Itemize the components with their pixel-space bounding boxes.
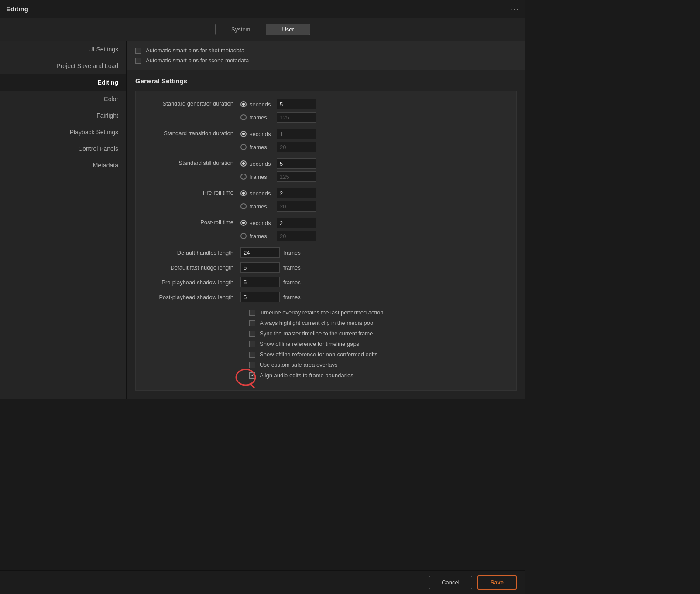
post-roll-time-controls: seconds frames bbox=[240, 218, 316, 241]
pre-roll-frames-row: frames bbox=[240, 201, 316, 212]
pre-playhead-shadow-length-row: Pre-playhead shadow length frames bbox=[144, 277, 508, 287]
highlight-clip-label: Always highlight current clip in the med… bbox=[260, 320, 374, 326]
standard-still-frames-radio[interactable] bbox=[240, 174, 247, 180]
show-offline-gaps-row: Show offline reference for timeline gaps bbox=[249, 341, 508, 347]
standard-transition-seconds-radio[interactable] bbox=[240, 131, 247, 137]
default-handles-length-label: Default handles length bbox=[144, 249, 240, 256]
sidebar-item-project-save-load[interactable]: Project Save and Load bbox=[0, 58, 126, 74]
standard-generator-duration-label: Standard generator duration bbox=[144, 99, 240, 107]
pre-roll-time-group: Pre-roll time seconds frames bbox=[144, 188, 508, 212]
standard-still-seconds-label: seconds bbox=[250, 160, 274, 167]
standard-generator-frames-row: frames bbox=[240, 112, 316, 123]
standard-transition-frames-row: frames bbox=[240, 142, 316, 152]
standard-generator-seconds-input[interactable] bbox=[277, 99, 316, 109]
pre-roll-seconds-row: seconds bbox=[240, 188, 316, 198]
show-offline-nonconformed-checkbox[interactable] bbox=[249, 352, 255, 358]
standard-transition-frames-radio[interactable] bbox=[240, 144, 247, 150]
show-offline-gaps-label: Show offline reference for timeline gaps bbox=[260, 341, 359, 347]
pre-roll-seconds-label: seconds bbox=[250, 190, 274, 197]
standard-transition-duration-label: Standard transition duration bbox=[144, 129, 240, 137]
pre-roll-seconds-input[interactable] bbox=[277, 188, 316, 198]
standard-still-frames-input[interactable] bbox=[277, 171, 316, 182]
pre-roll-seconds-radio[interactable] bbox=[240, 190, 247, 196]
tab-row: System User bbox=[0, 18, 525, 41]
post-roll-seconds-row: seconds bbox=[240, 218, 316, 228]
standard-transition-seconds-input[interactable] bbox=[277, 129, 316, 139]
use-custom-safe-checkbox[interactable] bbox=[249, 362, 255, 368]
standard-generator-frames-radio[interactable] bbox=[240, 114, 247, 120]
checkboxes-section: Timeline overlay retains the last perfor… bbox=[249, 309, 508, 379]
sidebar-item-metadata[interactable]: Metadata bbox=[0, 157, 126, 174]
standard-generator-duration-controls: seconds frames bbox=[240, 99, 316, 123]
more-options-icon[interactable]: ··· bbox=[510, 4, 519, 14]
settings-box: Standard generator duration seconds fram… bbox=[135, 91, 517, 391]
sidebar: UI Settings Project Save and Load Editin… bbox=[0, 41, 127, 399]
standard-still-duration-group: Standard still duration seconds frames bbox=[144, 158, 508, 182]
title-bar: Editing ··· bbox=[0, 0, 525, 18]
pre-roll-frames-radio[interactable] bbox=[240, 203, 247, 209]
timeline-overlay-checkbox[interactable] bbox=[249, 310, 255, 316]
sidebar-item-editing[interactable]: Editing bbox=[0, 74, 126, 91]
tab-user[interactable]: User bbox=[266, 24, 310, 35]
pre-playhead-shadow-length-unit: frames bbox=[283, 279, 301, 286]
post-roll-frames-label: frames bbox=[250, 233, 274, 239]
pre-playhead-shadow-length-label: Pre-playhead shadow length bbox=[144, 279, 240, 286]
standard-still-duration-controls: seconds frames bbox=[240, 158, 316, 182]
standard-still-seconds-input[interactable] bbox=[277, 158, 316, 169]
post-roll-frames-radio[interactable] bbox=[240, 233, 247, 239]
post-roll-seconds-label: seconds bbox=[250, 220, 274, 226]
standard-still-seconds-radio[interactable] bbox=[240, 160, 247, 167]
align-audio-checkbox[interactable] bbox=[249, 372, 255, 379]
standard-still-duration-label: Standard still duration bbox=[144, 158, 240, 166]
post-playhead-shadow-length-label: Post-playhead shadow length bbox=[144, 294, 240, 300]
standard-generator-seconds-radio[interactable] bbox=[240, 101, 247, 107]
content-area: Automatic smart bins for shot metadata A… bbox=[127, 41, 525, 399]
post-roll-frames-input[interactable] bbox=[277, 231, 316, 241]
standard-transition-frames-input[interactable] bbox=[277, 142, 316, 152]
tab-system[interactable]: System bbox=[215, 24, 266, 35]
sidebar-item-color[interactable]: Color bbox=[0, 91, 126, 107]
default-handles-length-unit: frames bbox=[283, 249, 301, 256]
align-audio-label: Align audio edits to frame boundaries bbox=[260, 372, 353, 379]
sidebar-item-ui-settings[interactable]: UI Settings bbox=[0, 41, 126, 58]
pre-playhead-shadow-length-input[interactable] bbox=[240, 277, 280, 287]
default-handles-length-row: Default handles length frames bbox=[144, 247, 508, 258]
default-handles-length-input[interactable] bbox=[240, 247, 280, 258]
sidebar-item-playback-settings[interactable]: Playback Settings bbox=[0, 124, 126, 140]
standard-generator-seconds-label: seconds bbox=[250, 101, 274, 108]
post-roll-time-label: Post-roll time bbox=[144, 218, 240, 225]
post-roll-seconds-input[interactable] bbox=[277, 218, 316, 228]
standard-transition-seconds-row: seconds bbox=[240, 129, 316, 139]
standard-generator-frames-input[interactable] bbox=[277, 112, 316, 123]
standard-still-seconds-row: seconds bbox=[240, 158, 316, 169]
main-layout: UI Settings Project Save and Load Editin… bbox=[0, 41, 525, 399]
show-offline-nonconformed-row: Show offline reference for non-conformed… bbox=[249, 351, 508, 358]
smart-bins-scene-label: Automatic smart bins for scene metadata bbox=[146, 57, 249, 64]
sync-master-checkbox[interactable] bbox=[249, 331, 255, 337]
pre-roll-frames-input[interactable] bbox=[277, 201, 316, 212]
post-playhead-shadow-length-input[interactable] bbox=[240, 292, 280, 302]
standard-still-frames-row: frames bbox=[240, 171, 316, 182]
standard-transition-duration-group: Standard transition duration seconds fra… bbox=[144, 129, 508, 152]
general-settings: General Settings Standard generator dura… bbox=[127, 70, 525, 399]
timeline-overlay-row: Timeline overlay retains the last perfor… bbox=[249, 309, 508, 316]
standard-transition-duration-controls: seconds frames bbox=[240, 129, 316, 152]
standard-still-frames-label: frames bbox=[250, 174, 274, 180]
show-offline-gaps-checkbox[interactable] bbox=[249, 341, 255, 347]
standard-transition-seconds-label: seconds bbox=[250, 131, 274, 137]
pre-roll-time-label: Pre-roll time bbox=[144, 188, 240, 196]
sidebar-item-control-panels[interactable]: Control Panels bbox=[0, 140, 126, 157]
standard-generator-seconds-row: seconds bbox=[240, 99, 316, 109]
post-roll-seconds-radio[interactable] bbox=[240, 220, 247, 226]
use-custom-safe-label: Use custom safe area overlays bbox=[260, 362, 337, 368]
default-fast-nudge-length-label: Default fast nudge length bbox=[144, 264, 240, 271]
smart-bins-scene-checkbox[interactable] bbox=[135, 58, 141, 64]
sidebar-item-fairlight[interactable]: Fairlight bbox=[0, 107, 126, 124]
post-roll-time-group: Post-roll time seconds frames bbox=[144, 218, 508, 241]
highlight-clip-checkbox[interactable] bbox=[249, 320, 255, 326]
timeline-overlay-label: Timeline overlay retains the last perfor… bbox=[260, 309, 383, 316]
default-fast-nudge-length-input[interactable] bbox=[240, 262, 280, 273]
smart-bins-shot-label: Automatic smart bins for shot metadata bbox=[146, 47, 244, 54]
smart-bins-shot-checkbox[interactable] bbox=[135, 48, 141, 54]
align-audio-row: Align audio edits to frame boundaries bbox=[249, 372, 508, 379]
